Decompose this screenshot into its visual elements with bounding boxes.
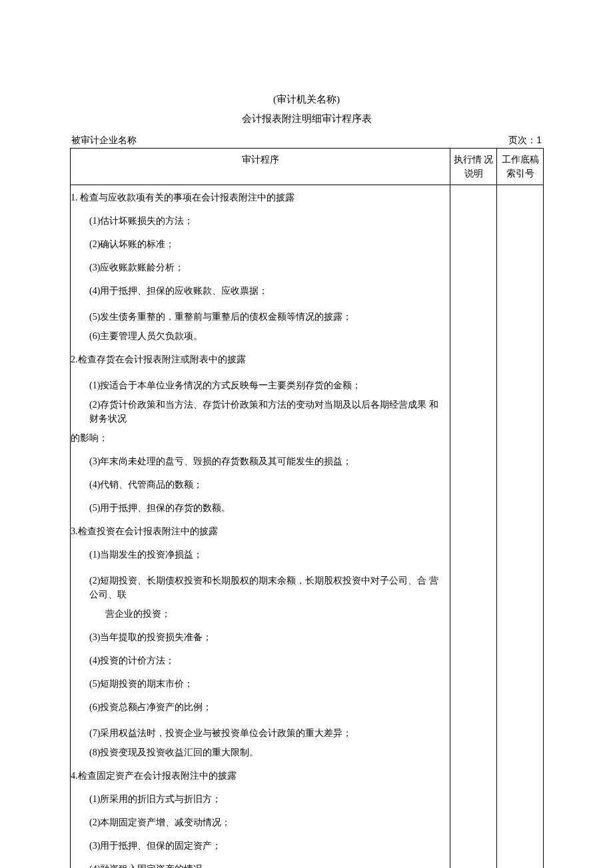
list-item: (1)按适合于本单位业务情况的方式反映每一主要类别存货的金额； <box>71 378 446 392</box>
list-item: (4)投资的计价方法； <box>71 653 446 667</box>
list-item: (4)代销、代管商品的数额； <box>71 478 446 492</box>
table-body-row: 1. 检查与应收款项有关的事项在会计报表附注中的披露 (1)估计坏账损失的方法；… <box>71 185 544 869</box>
doc-title: 会计报表附注明细审计程序表 <box>70 113 543 125</box>
list-item: (2)确认坏账的标准； <box>71 237 446 251</box>
th-reference: 工作底稿 索引号 <box>497 149 544 185</box>
list-item: (5)用于抵押、担保的存货的数额。 <box>71 501 446 515</box>
company-label: 被审计企业名称 <box>71 135 137 147</box>
list-item: (3)年末尚未处理的盘亏、毁损的存货数额及其可能发生的损益； <box>71 454 446 468</box>
list-item: (2)短期投资、长期债权投资和长期股权的期末余额，长期股权投资中对子公司、合 营… <box>71 574 446 602</box>
list-item: (6)主要管理人员欠负款项。 <box>71 329 446 343</box>
list-item: (5)发生债务重整的，重整前与重整后的债权金额等情况的披露； <box>71 310 446 324</box>
section-heading: 3.检查投资在会计报表附注中的披露 <box>71 524 446 538</box>
reference-cell <box>497 185 544 869</box>
section-heading: 1. 检查与应收款项有关的事项在会计报表附注中的披露 <box>71 191 446 205</box>
meta-row: 被审计企业名称 页次：1 <box>70 135 543 147</box>
list-item: (6)投资总额占净资产的比例； <box>71 700 446 714</box>
section-heading: 2.检查存货在会计报表附注或附表中的披露 <box>71 352 446 366</box>
list-item: (2)本期固定资产增、减变动情况； <box>71 815 446 829</box>
list-item: (1)所采用的折旧方式与折旧方； <box>71 792 446 806</box>
list-item: (2)存货计价政策和当方法、存货计价政策和方法的变动对当期及以后各期经营成果 和… <box>71 398 446 426</box>
list-item: (4)融资租入固定资产的情况。 <box>71 862 446 868</box>
list-item: (4)用于抵押、担保的应收账款、应收票据； <box>71 284 446 298</box>
list-item: (8)投资变现及投资收益汇回的重大限制。 <box>71 745 446 759</box>
list-item: (7)采用权益法时，投资企业与被投资单位会计政策的重大差异； <box>71 726 446 740</box>
list-item-continuation: 的影响； <box>71 431 446 445</box>
page-number: 1 <box>536 135 542 145</box>
th-procedure: 审计程序 <box>71 149 450 185</box>
list-item: (5)短期投资的期末市价； <box>71 677 446 691</box>
th-execution: 执行情 况说明 <box>450 149 497 185</box>
org-name-placeholder: (审计机关名称) <box>70 93 543 106</box>
section-heading: 4.检查固定资产在会计报表附注中的披露 <box>71 769 446 783</box>
page-label: 页次： <box>508 135 536 145</box>
list-item: (1)当期发生的投资净损益； <box>71 548 446 562</box>
audit-procedure-table: 审计程序 执行情 况说明 工作底稿 索引号 1. 检查与应收款项有关的事项在会计… <box>70 148 544 868</box>
list-item: (3)用于抵押、但保的固定资产； <box>71 839 446 853</box>
execution-cell <box>450 185 497 869</box>
list-item-continuation: 营企业的投资； <box>71 607 446 621</box>
document-page: (审计机关名称) 会计报表附注明细审计程序表 被审计企业名称 页次：1 审计程序… <box>0 0 613 868</box>
table-header-row: 审计程序 执行情 况说明 工作底稿 索引号 <box>71 149 544 185</box>
page-indicator: 页次：1 <box>508 135 542 147</box>
list-item: (1)估计坏账损失的方法； <box>71 214 446 228</box>
procedure-cell: 1. 检查与应收款项有关的事项在会计报表附注中的披露 (1)估计坏账损失的方法；… <box>71 185 450 869</box>
list-item: (3)应收账款账龄分析； <box>71 260 446 274</box>
list-item: (3)当年提取的投资损失准备； <box>71 630 446 644</box>
